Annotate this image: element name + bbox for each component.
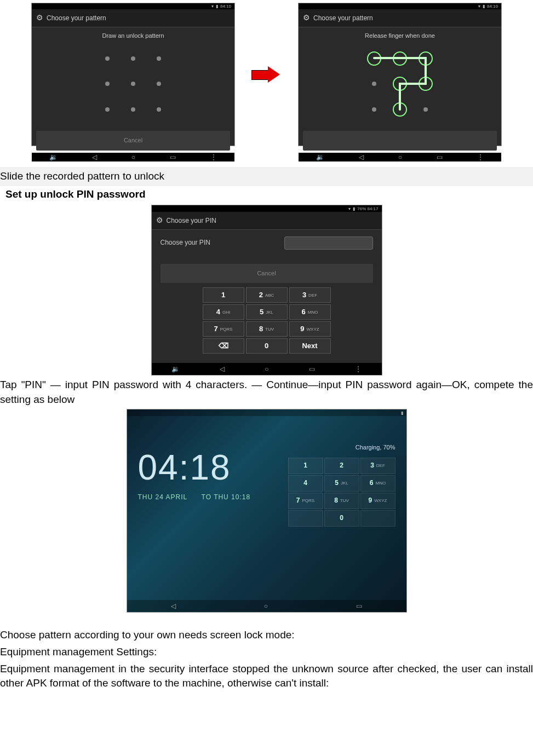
keypad-key[interactable]: 5JKL bbox=[246, 304, 288, 320]
screen-title: Choose your PIN bbox=[167, 216, 216, 226]
clock-date-right: TO THU 10:18 bbox=[202, 493, 251, 501]
pattern-dot[interactable] bbox=[423, 107, 428, 112]
keypad-key[interactable]: 6MNO bbox=[289, 304, 331, 320]
keypad-key[interactable]: 2 bbox=[324, 458, 359, 474]
keypad-key[interactable]: ⌫ bbox=[203, 338, 244, 354]
pattern-dot-active[interactable] bbox=[393, 102, 407, 117]
screen-title: Choose your pattern bbox=[313, 14, 373, 23]
keypad-key[interactable]: 1 bbox=[288, 458, 323, 474]
gear-icon: ⚙ bbox=[36, 13, 43, 24]
pin-input-field[interactable] bbox=[284, 236, 373, 250]
back-icon[interactable]: ◁ bbox=[171, 602, 176, 611]
tap-pin-text: Tap "PIN" — input PIN password with 4 ch… bbox=[0, 378, 533, 407]
recent-icon[interactable]: ▭ bbox=[309, 365, 315, 374]
recent-icon[interactable]: ▭ bbox=[356, 602, 362, 611]
status-bar: ▮ bbox=[127, 409, 406, 416]
cancel-button[interactable]: Cancel bbox=[36, 131, 230, 150]
recent-icon[interactable]: ▭ bbox=[170, 153, 176, 162]
pattern-dot-active[interactable] bbox=[419, 77, 433, 91]
lockscreen-body: 04:18 THU 24 APRIL TO THU 10:18 Charging… bbox=[127, 416, 406, 600]
recent-icon[interactable]: ▭ bbox=[437, 153, 443, 162]
home-icon[interactable]: ○ bbox=[265, 365, 268, 374]
pattern-dot[interactable] bbox=[131, 107, 135, 112]
keypad-key[interactable]: 5JKL bbox=[324, 475, 359, 492]
pattern-dot[interactable] bbox=[131, 82, 135, 86]
pattern-figure-row: ▾ ▮ 84:10 ⚙ Choose your pattern Draw an … bbox=[0, 3, 533, 146]
pattern-grid[interactable] bbox=[95, 45, 171, 122]
wifi-icon: ▾ bbox=[211, 3, 214, 9]
pattern-dot[interactable] bbox=[105, 56, 110, 61]
keypad-key[interactable]: 6MNO bbox=[360, 475, 396, 492]
home-icon[interactable]: ○ bbox=[264, 602, 268, 611]
pattern-dot[interactable] bbox=[105, 82, 110, 86]
pattern-dot[interactable] bbox=[157, 82, 161, 86]
title-bar: ⚙ Choose your PIN bbox=[152, 212, 382, 230]
keypad-key[interactable] bbox=[288, 510, 323, 527]
pattern-dot[interactable] bbox=[157, 107, 161, 112]
pattern-screenshot-release: ▾ ▮ 84:10 ⚙ Choose your pattern Release … bbox=[298, 3, 502, 146]
button-bar[interactable]: . bbox=[303, 131, 497, 150]
nav-bar: 🔉 ◁ ○ ▭ ⋮ bbox=[299, 153, 501, 162]
pattern-dot[interactable] bbox=[372, 107, 376, 112]
status-bar: ▾ ▮ 84:10 bbox=[299, 3, 501, 9]
status-bar: ▾ ▮ 84:10 bbox=[32, 3, 234, 9]
wifi-icon: ▾ bbox=[348, 206, 351, 212]
pattern-dot[interactable] bbox=[105, 107, 110, 112]
pattern-dot-active[interactable] bbox=[393, 77, 407, 91]
keypad-key[interactable]: 4 bbox=[288, 475, 323, 492]
title-bar: ⚙ Choose your pattern bbox=[299, 9, 501, 27]
keypad-key[interactable]: Next bbox=[289, 338, 331, 354]
pattern-grid[interactable] bbox=[362, 45, 438, 122]
lock-keypad: 123DEF45JKL6MNO7PQRS8TUV9WXYZ0 bbox=[288, 458, 396, 527]
pin-keypad: 12ABC3DEF4GHI5JKL6MNO7PQRS8TUV9WXYZ⌫0Nex… bbox=[203, 287, 331, 354]
keypad-key[interactable]: 9WXYZ bbox=[289, 321, 331, 337]
status-bar: ▾ ▮ 76% 84:17 bbox=[152, 205, 382, 212]
back-icon[interactable]: ◁ bbox=[92, 153, 97, 162]
pin-setup-screenshot: ▾ ▮ 76% 84:17 ⚙ Choose your PIN Choose y… bbox=[151, 205, 382, 376]
keypad-key[interactable]: 0 bbox=[324, 510, 359, 527]
pattern-dot-active[interactable] bbox=[393, 51, 407, 66]
pin-body: Choose your PIN Cancel 12ABC3DEF4GHI5JKL… bbox=[152, 230, 382, 363]
cancel-button[interactable]: Cancel bbox=[161, 264, 373, 283]
keypad-key[interactable]: 3DEF bbox=[360, 458, 396, 474]
back-icon[interactable]: ◁ bbox=[220, 365, 225, 374]
vol-icon[interactable]: 🔉 bbox=[49, 153, 58, 162]
battery-icon: ▮ bbox=[353, 206, 355, 212]
keypad-key[interactable]: 8TUV bbox=[246, 321, 288, 337]
home-icon[interactable]: ○ bbox=[131, 153, 135, 162]
clock-date-left: THU 24 APRIL bbox=[138, 493, 187, 501]
red-arrow-icon bbox=[251, 66, 282, 83]
battery-icon: ▮ bbox=[401, 410, 403, 416]
keypad-key[interactable]: 0 bbox=[246, 338, 288, 354]
keypad-key[interactable]: 9WXYZ bbox=[360, 493, 396, 509]
menu-icon[interactable]: ⋮ bbox=[477, 153, 484, 162]
keypad-key[interactable]: 4GHI bbox=[203, 304, 244, 320]
status-time: 84:10 bbox=[487, 3, 498, 9]
pin-label: Choose your PIN bbox=[161, 238, 210, 247]
pattern-dot[interactable] bbox=[157, 56, 161, 61]
keypad-key[interactable]: 7PQRS bbox=[203, 321, 244, 337]
pattern-dot-active[interactable] bbox=[367, 51, 381, 66]
keypad-key[interactable]: 3DEF bbox=[289, 287, 331, 303]
slide-pattern-text: Slide the recorded pattern to unlock bbox=[0, 167, 533, 186]
back-icon[interactable]: ◁ bbox=[359, 153, 364, 162]
home-icon[interactable]: ○ bbox=[398, 153, 402, 162]
keypad-key[interactable]: 2ABC bbox=[246, 287, 288, 303]
pattern-dot-active[interactable] bbox=[419, 51, 433, 66]
vol-icon[interactable]: 🔉 bbox=[316, 153, 324, 162]
title-bar: ⚙ Choose your pattern bbox=[32, 9, 234, 27]
clock-time: 04:18 bbox=[138, 443, 251, 493]
pattern-dot[interactable] bbox=[372, 82, 376, 86]
lockscreen-screenshot: ▮ 04:18 THU 24 APRIL TO THU 10:18 Chargi… bbox=[127, 409, 407, 613]
charging-text: Charging, 70% bbox=[288, 443, 396, 452]
menu-icon[interactable]: ⋮ bbox=[210, 153, 217, 162]
keypad-key[interactable] bbox=[360, 510, 396, 527]
menu-icon[interactable]: ⋮ bbox=[355, 365, 362, 374]
pattern-dot[interactable] bbox=[131, 56, 135, 61]
nav-bar: 🔉 ◁ ○ ▭ ⋮ bbox=[32, 153, 234, 162]
keypad-key[interactable]: 8TUV bbox=[324, 493, 359, 509]
instruction-text: Draw an unlock pattern bbox=[32, 32, 234, 40]
keypad-key[interactable]: 1 bbox=[203, 287, 244, 303]
keypad-key[interactable]: 7PQRS bbox=[288, 493, 323, 509]
vol-icon[interactable]: 🔉 bbox=[171, 365, 180, 374]
